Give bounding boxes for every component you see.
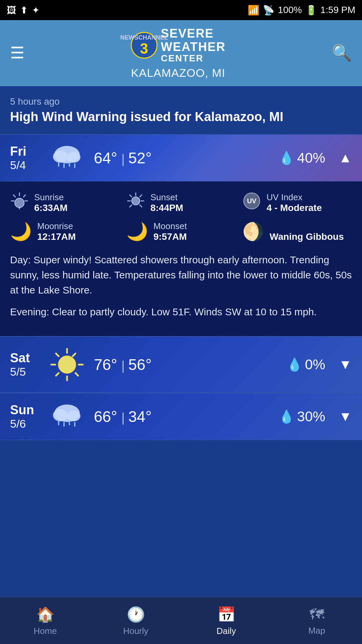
svg-rect-38 — [69, 421, 70, 425]
precip-drop-sat-icon: 💧 — [287, 357, 302, 372]
logo-line1: SEVERE — [161, 27, 226, 40]
wifi-icon: 📶 — [248, 5, 259, 16]
svg-line-18 — [130, 195, 132, 197]
svg-rect-3 — [58, 162, 59, 167]
channel-logo: NEWSCHANNEL 3 — [131, 32, 158, 59]
day-label-sat: Sat 5/5 — [10, 351, 40, 378]
sunrise-item: Sunrise 6:33AM — [10, 192, 120, 214]
precip-fri: 💧 40% — [258, 150, 325, 166]
day-row-sun[interactable]: Sun 5/6 66° | 34° 💧 30% ▼ — [0, 393, 362, 440]
moonrise-item: 🌙 Moonrise 12:17AM — [10, 221, 120, 242]
svg-line-32 — [75, 373, 78, 376]
home-icon: 🏠 — [36, 606, 55, 623]
header-logo: NEWSCHANNEL 3 SEVERE WEATHER CENTER KALA… — [24, 27, 332, 79]
clock-back-icon: 🕐 — [127, 606, 145, 623]
location-label: KALAMAZOO, MI — [131, 66, 225, 79]
moonset-icon: 🌙 — [126, 221, 148, 242]
svg-line-31 — [56, 373, 59, 376]
status-icons-right: 📶 📡 100% 🔋 1:59 PM — [248, 5, 355, 16]
moon-phase-icon: 🌖 — [242, 221, 264, 242]
rain-cloud-sun-icon — [49, 403, 85, 430]
moon-phase-info: Waning Gibbous — [269, 221, 344, 242]
nav-item-hourly[interactable]: 🕐 Hourly — [90, 598, 181, 644]
battery-percent: 100% — [278, 5, 302, 15]
sunset-info: Sunset 8:44PM — [150, 192, 183, 213]
svg-line-29 — [56, 354, 59, 356]
app-header: ☰ NEWSCHANNEL 3 SEVERE WEATHER CENTER KA… — [0, 20, 362, 86]
chevron-down-sat-icon: ▼ — [339, 357, 352, 372]
night-forecast: Evening: Clear to partly cloudy. Low 51F… — [10, 304, 352, 319]
svg-line-13 — [23, 195, 25, 197]
svg-point-35 — [67, 411, 80, 421]
precip-drop-sun-icon: 💧 — [279, 409, 294, 424]
svg-rect-39 — [74, 422, 75, 427]
svg-point-14 — [132, 197, 140, 205]
sparkle-icon: ✦ — [32, 5, 40, 16]
upload-icon: ⬆ — [20, 5, 28, 16]
nav-item-map[interactable]: 🗺 Map — [272, 598, 362, 644]
search-button[interactable]: 🔍 — [332, 44, 352, 62]
uv-item: UV UV Index 4 - Moderate — [242, 192, 352, 214]
status-icons-left: 🖼 ⬆ ✦ — [7, 5, 40, 16]
day-label-sun: Sun 5/6 — [10, 403, 40, 430]
svg-text:UV: UV — [247, 197, 256, 205]
temps-fri: 64° | 52° — [94, 149, 251, 167]
forecast-text: Day: Super windy! Scattered showers thro… — [10, 252, 352, 319]
alert-time: 5 hours ago — [10, 96, 352, 107]
signal-icon: 📡 — [263, 5, 275, 16]
sunset-item: Sunset 8:44PM — [126, 192, 236, 214]
weather-icon-sun — [47, 403, 87, 430]
battery-icon: 🔋 — [305, 5, 317, 16]
logo-text: SEVERE WEATHER CENTER — [161, 27, 226, 64]
temps-sun: 66° | 34° — [94, 408, 251, 426]
svg-point-1 — [53, 151, 68, 163]
status-bar: 🖼 ⬆ ✦ 📶 📡 100% 🔋 1:59 PM — [0, 0, 362, 20]
logo-line2: WEATHER — [161, 40, 226, 54]
svg-rect-6 — [74, 163, 75, 168]
nav-item-home[interactable]: 🏠 Home — [0, 598, 90, 644]
logo-line3: CENTER — [161, 53, 226, 64]
svg-rect-37 — [63, 422, 65, 427]
map-icon: 🗺 — [309, 606, 324, 623]
day-row-sat[interactable]: Sat 5/5 76° | 56° 💧 0% ▼ — [0, 337, 362, 393]
uv-info: UV Index 4 - Moderate — [266, 192, 322, 213]
svg-line-20 — [130, 205, 132, 207]
uv-icon: UV — [242, 192, 261, 214]
svg-point-34 — [53, 409, 68, 421]
svg-rect-4 — [63, 163, 65, 168]
svg-rect-36 — [58, 421, 59, 425]
temps-sat: 76° | 56° — [94, 356, 251, 374]
weather-icon-fri — [47, 145, 87, 171]
moonset-info: Moonset 9:57AM — [154, 221, 187, 242]
svg-point-24 — [58, 356, 76, 373]
alert-banner[interactable]: 5 hours ago High Wind Warning issued for… — [0, 86, 362, 135]
moonrise-info: Moonrise 12:17AM — [37, 221, 76, 242]
precip-sat: 💧 0% — [258, 357, 325, 373]
logo-badge: NEWSCHANNEL 3 SEVERE WEATHER CENTER — [131, 27, 226, 64]
precip-sun: 💧 30% — [258, 409, 325, 425]
rain-cloud-icon — [49, 145, 85, 171]
clock-time: 1:59 PM — [320, 5, 355, 15]
day-row-fri[interactable]: Fri 5/4 64° | 52° 💧 40% ▲ — [0, 135, 362, 181]
chevron-down-sun-icon: ▼ — [339, 409, 352, 424]
svg-line-19 — [140, 195, 142, 197]
svg-line-12 — [13, 195, 15, 197]
menu-button[interactable]: ☰ — [10, 45, 24, 61]
svg-line-30 — [73, 354, 75, 356]
svg-point-7 — [15, 198, 24, 208]
sun-icon — [49, 346, 85, 383]
svg-rect-5 — [69, 162, 70, 167]
sunset-icon — [126, 192, 145, 214]
chevron-up-icon: ▲ — [339, 150, 352, 165]
nav-item-daily[interactable]: 📅 Daily — [181, 598, 272, 644]
day-label-fri: Fri 5/4 — [10, 144, 40, 172]
sunrise-icon — [10, 192, 29, 214]
moonrise-icon: 🌙 — [10, 221, 32, 242]
moon-phase-item: 🌖 Waning Gibbous — [242, 221, 352, 242]
day-forecast: Day: Super windy! Scattered showers thro… — [10, 252, 352, 298]
sunrise-info: Sunrise 6:33AM — [34, 192, 68, 213]
moonset-item: 🌙 Moonset 9:57AM — [126, 221, 236, 242]
bottom-nav: 🏠 Home 🕐 Hourly 📅 Daily 🗺 Map — [0, 597, 362, 644]
alert-title: High Wind Warning issued for Kalamazoo, … — [10, 110, 352, 124]
precip-drop-icon: 💧 — [279, 151, 294, 165]
